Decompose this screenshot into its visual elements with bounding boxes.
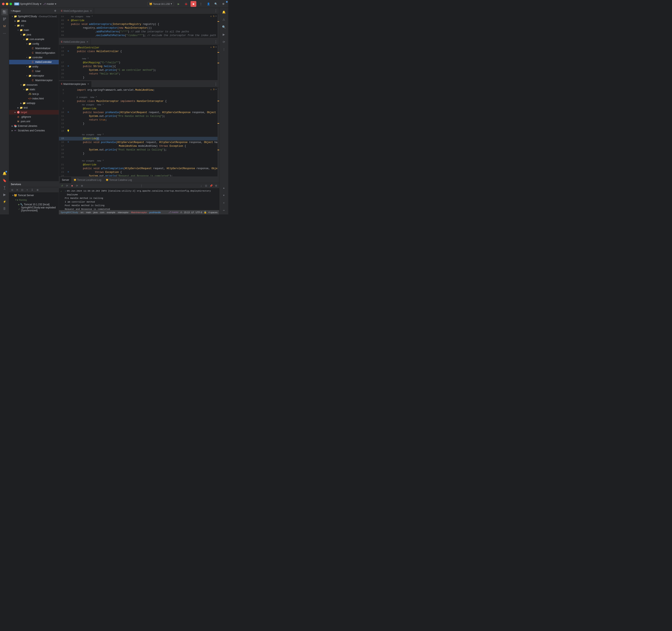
more-right-actions[interactable]: ⋮ <box>221 46 227 53</box>
maximize-button[interactable] <box>9 3 12 5</box>
project-title[interactable]: SM SpringMVCStudy ▾ <box>14 2 41 5</box>
tree-item-root[interactable]: ▾ 📁 SpringMVCStudy ~/Desktop/CS/JavaE <box>9 14 59 19</box>
problems-icon[interactable]: ⚠ <box>221 16 227 23</box>
find-icon[interactable]: 🔍 <box>221 24 227 30</box>
notifications-icon[interactable]: 🔔 <box>221 9 227 15</box>
more-tabs-button[interactable]: ⋮ <box>213 82 219 86</box>
stop-server-button[interactable]: ■ <box>70 184 74 188</box>
tree-item-hellocontroller[interactable]: C HelloController <box>9 60 59 64</box>
tab-hellocontroller[interactable]: C HelloController.java ✕ <box>59 39 91 45</box>
tree-item-scratches[interactable]: ▶ ✏ Scratches and Consoles <box>9 128 59 133</box>
more-tools-button[interactable]: ··· <box>1 30 8 37</box>
gear-icon[interactable]: ⚙ <box>53 9 57 13</box>
scroll-up-icon[interactable]: ▲ <box>221 185 227 191</box>
tree-item-interceptor[interactable]: ▾ 📁 interceptor <box>9 73 59 78</box>
reload-page-button[interactable]: ⟳ <box>65 184 69 188</box>
notifications-button[interactable]: 🔔 <box>1 170 8 177</box>
run-icon[interactable]: ▶ <box>221 31 227 38</box>
run-button[interactable]: ▶ <box>175 1 182 7</box>
restart-server-button[interactable]: ↺ <box>60 184 64 188</box>
close-button[interactable] <box>2 3 5 5</box>
tree-item-controller[interactable]: ▾ 📁 controller <box>9 55 59 60</box>
tree-item-config[interactable]: ▾ 📁 config <box>9 42 59 46</box>
stop-button[interactable]: ■ <box>191 1 196 7</box>
tab-webconfiguration[interactable]: C WebConfiguration.java ✕ <box>59 8 94 14</box>
open-browser-button[interactable]: ⊕ <box>80 184 84 188</box>
console-tab-catalina[interactable]: 🐱 Tomcat Catalina Log <box>104 177 134 183</box>
tree-item-extlibraries[interactable]: ▶ 📚 External Libraries <box>9 124 59 128</box>
expand-icon[interactable]: ⇔ <box>221 207 227 214</box>
tree-item-gitignore[interactable]: ⊘ .gitignore <box>9 115 59 119</box>
services-running[interactable]: ▾ ● Running <box>9 197 59 202</box>
project-view-button[interactable] <box>1 9 8 15</box>
tree-item-indexhtml[interactable]: </> index.html <box>9 96 59 101</box>
tree-item-testjs[interactable]: JS test.js <box>9 92 59 96</box>
console-tab-localhost[interactable]: 🐱 Tomcat Localhost Log <box>72 177 103 183</box>
history-icon[interactable]: ⟳ <box>221 39 227 45</box>
encoding-status[interactable]: UTF-8 <box>196 211 202 214</box>
tree-item-entity[interactable]: ▾ 📁 entity <box>9 64 59 69</box>
tree-item-idea[interactable]: ▶ 📁 .idea <box>9 19 59 23</box>
branch-selector[interactable]: ⎇ master ▾ <box>43 2 56 5</box>
reload2-button[interactable]: ⟳ <box>75 184 79 188</box>
tree-item-maininitializer[interactable]: C MainInitializer <box>9 46 59 51</box>
line-col-status[interactable]: 15:13 <box>184 211 190 214</box>
vcs-button[interactable] <box>1 16 8 22</box>
tree-item-java[interactable]: ▾ 📁 java <box>9 32 59 37</box>
tab-close-button[interactable]: ✕ <box>87 41 88 43</box>
code-editor-3[interactable]: ⚠ 3 ▾ 6 import org.springframework.web.s… <box>59 87 219 177</box>
pin-tab-button[interactable]: 📌 <box>209 184 213 188</box>
more-run-actions[interactable]: ⋮ <box>198 1 204 7</box>
tree-item-user[interactable]: C User <box>9 69 59 73</box>
tree-item-comexample[interactable]: ▾ 📁 com.example <box>9 37 59 42</box>
run-services-button[interactable]: ▶ <box>1 191 8 198</box>
tree-item-static[interactable]: ▾ 📁 static <box>9 87 59 92</box>
profile-button[interactable]: 👤 <box>206 1 211 7</box>
tree-item-target[interactable]: ▶ 🎯 target <box>9 110 59 115</box>
endpoints-button[interactable]: ⚡ <box>1 198 8 205</box>
indent-status[interactable]: 4 spaces <box>208 211 217 214</box>
read-only-icon[interactable]: 🔓 <box>204 211 207 214</box>
tree-item-webconfiguration[interactable]: C WebConfiguration <box>9 51 59 55</box>
tree-item-pomxml[interactable]: M pom.xml <box>9 119 59 124</box>
add-service-button[interactable]: ⊕ <box>35 188 40 192</box>
more-console-actions[interactable]: ⋮ <box>139 184 144 188</box>
close-panel-button[interactable]: ✕ <box>15 188 20 192</box>
more-tabs-button[interactable]: ⋮ <box>213 9 219 13</box>
code-editor-2[interactable]: ⚠ 9 ▾ 14 @RestController 15 ⊙ public cla… <box>59 45 219 80</box>
align-icon[interactable]: ≡ <box>221 200 227 206</box>
filter-button[interactable]: ⊡ <box>20 188 24 192</box>
tree-item-maininterceptor[interactable]: C MainInterceptor <box>9 78 59 83</box>
database-button[interactable]: 🗄 <box>1 205 8 212</box>
tab-close-button[interactable]: ✕ <box>87 83 89 85</box>
bookmarks-button[interactable]: 🔖 <box>1 177 8 184</box>
line-separator-status[interactable]: LF <box>191 211 194 214</box>
collapse-all-button[interactable]: ⊖ <box>10 188 15 192</box>
maven-button[interactable]: M <box>1 23 8 29</box>
tab-close-button[interactable]: ✕ <box>90 10 92 12</box>
structure-button[interactable]: T̲ <box>1 184 8 191</box>
code-editor-1[interactable]: ⚠ 1 ▾ 64 no usages new * 65 ⊙ @Override <box>59 14 219 38</box>
scroll-to-end-button[interactable]: ↓ <box>199 184 203 188</box>
warnings-status[interactable]: ⚠ <box>180 211 182 214</box>
tree-item-resources[interactable]: ▾ 📁 resources <box>9 83 59 87</box>
tree-item-src[interactable]: ▾ 📁 src <box>9 23 59 28</box>
scroll-down-icon[interactable]: ▼ <box>221 192 227 198</box>
tree-item-main[interactable]: ▾ 📁 main <box>9 28 59 32</box>
minimize-button[interactable] <box>6 3 8 5</box>
tree-item-webapp[interactable]: ▶ 📁 webapp <box>9 101 59 106</box>
settings-button[interactable]: ⚙ <box>220 1 226 7</box>
more-actions-button[interactable]: ↧ <box>30 188 34 192</box>
add-config-button[interactable]: + <box>25 188 29 192</box>
settings-console-button[interactable]: ⚙ <box>214 184 218 188</box>
more-tabs-button[interactable]: ⋮ <box>213 40 219 44</box>
services-war-exploded[interactable]: ✓ SpringMVCStudy:war exploded [Synchroni… <box>9 207 59 211</box>
debug-button[interactable]: 🐞 <box>183 1 189 7</box>
clear-console-button[interactable]: ⊡ <box>204 184 208 188</box>
bulb-icon[interactable]: 💡 <box>66 129 70 133</box>
tomcat-run-config[interactable]: 🐱 Tomcat 10.1.232 ▾ <box>147 2 174 6</box>
console-tab-server[interactable]: Server <box>60 177 71 183</box>
search-everywhere-button[interactable]: 🔍 <box>213 1 219 7</box>
git-branch-status[interactable]: ⎇ master <box>168 211 179 214</box>
window-controls[interactable] <box>2 3 12 5</box>
